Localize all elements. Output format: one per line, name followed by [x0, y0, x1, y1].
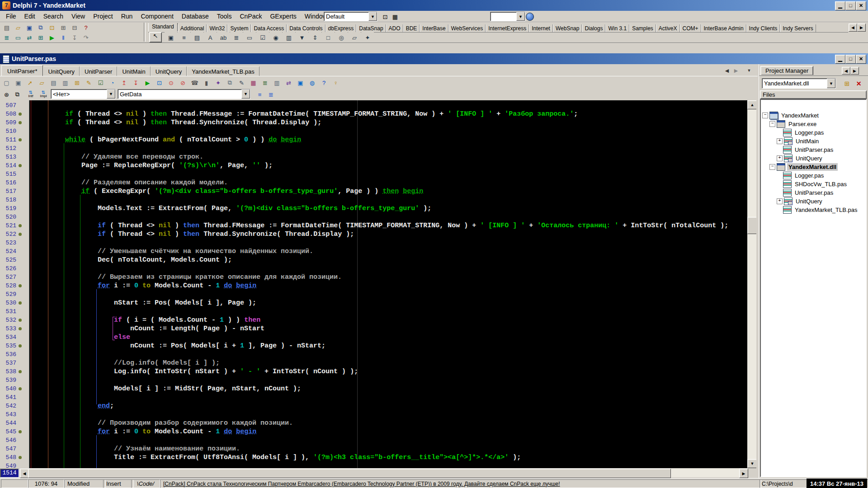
remove-file-from-project-icon[interactable]: ⊟	[69, 23, 80, 33]
radio-button-icon[interactable]: ◉	[269, 32, 282, 43]
project-edit-icon[interactable]: ✎	[83, 77, 94, 88]
ide-window-icon[interactable]: ⊡	[154, 77, 165, 88]
tab-project-manager[interactable]: Project Manager	[760, 66, 813, 75]
phone-icon[interactable]: ☎	[189, 77, 200, 88]
gutter-line[interactable]: 531	[0, 307, 29, 316]
pause-icon[interactable]: ‖	[58, 33, 69, 42]
gutter-line[interactable]: 532	[0, 316, 29, 324]
editor-tab-unitmain[interactable]: UnitMain	[117, 66, 150, 76]
tree-item-unitquery[interactable]: +UnitQuery	[760, 154, 866, 163]
menu-cnpack[interactable]: CnPack	[236, 11, 266, 21]
gutter-line[interactable]: 509	[0, 118, 29, 127]
gutter-line[interactable]: 510	[0, 127, 29, 136]
gutter-line[interactable]: 545	[0, 427, 29, 436]
new-items-icon[interactable]: ▤	[1, 23, 12, 33]
palette-tab-interbase[interactable]: InterBase	[420, 24, 448, 32]
gutter-line[interactable]: 534	[0, 333, 29, 342]
source-copy-icon[interactable]: ⧉	[224, 77, 236, 88]
edit-icon[interactable]: ab	[217, 32, 230, 43]
editor-maximize-button[interactable]: □	[845, 55, 856, 64]
editor-tab-yandexmarket-tlb-pas[interactable]: YandexMarket_TLB.pas	[187, 66, 259, 76]
palette-scroll-right-icon[interactable]: ▶	[857, 23, 866, 32]
component-pack-icon[interactable]: ▣	[295, 77, 306, 88]
action-list-icon[interactable]: ✦	[361, 32, 374, 43]
palette-tab-bde[interactable]: BDE	[403, 24, 420, 32]
scroll-bar-icon[interactable]: ⇕	[309, 32, 321, 43]
palette-tab-additional[interactable]: Additional	[178, 24, 207, 32]
new-form-icon[interactable]: ⊞	[35, 33, 46, 42]
run-menu-icon[interactable]: ▶	[142, 77, 153, 88]
project-add-icon[interactable]: ⊞	[71, 77, 83, 88]
gutter-line[interactable]: 511	[0, 136, 29, 144]
menu-database[interactable]: Database	[178, 11, 213, 21]
gutter-line[interactable]: 548	[0, 453, 29, 462]
gutter-line[interactable]: 542	[0, 402, 29, 410]
code-view-tab[interactable]: \Code/	[131, 479, 160, 488]
gutter-line[interactable]: 524	[0, 247, 29, 256]
collapse-minus-icon[interactable]: −	[769, 164, 775, 170]
desktop-layout-combo[interactable]: Default▼	[324, 12, 377, 21]
scroll-left-icon[interactable]: ◀	[20, 469, 29, 478]
palette-tab-win32[interactable]: Win32	[207, 24, 227, 32]
wizard-icon[interactable]: ✦	[212, 77, 224, 88]
gutter-line[interactable]: 539	[0, 376, 29, 385]
panel-icon[interactable]: ▱	[348, 32, 361, 43]
palette-tab-data-access[interactable]: Data Access	[251, 24, 287, 32]
popup-menu-icon[interactable]: ▤	[191, 32, 203, 43]
tree-item-parser-exe[interactable]: −Parser.exe	[760, 120, 866, 128]
minimize-button[interactable]: ▁	[835, 1, 845, 10]
tree-item-yandexmarket-dll[interactable]: −YandexMarket.dll	[760, 163, 866, 171]
gutter-line[interactable]: 508	[0, 110, 29, 118]
project-tree[interactable]: −YandexMarket−Parser.exeLogger.pas+UnitM…	[760, 99, 867, 477]
editor-close-button[interactable]: ✕	[856, 55, 866, 64]
vscroll-thumb[interactable]	[747, 217, 757, 234]
frames-icon[interactable]: ▣	[165, 32, 177, 43]
chevron-down-icon[interactable]: ▼	[107, 89, 115, 99]
new-unit-icon[interactable]: ➚	[24, 77, 36, 88]
remove-project-icon[interactable]: ✕	[853, 78, 864, 89]
palette-tab-data-controls[interactable]: Data Controls	[287, 24, 325, 32]
expand-plus-icon[interactable]: +	[777, 138, 783, 144]
align-justify-icon[interactable]: ≣	[265, 89, 277, 100]
view-unit-icon[interactable]: ≣	[1, 33, 12, 42]
gutter-line[interactable]: 515	[0, 170, 29, 178]
palette-tab-websnap[interactable]: WebSnap	[553, 24, 582, 32]
tree-item-yandexmarket-tlb-pas[interactable]: YandexMarket_TLB.pas	[760, 206, 866, 214]
breakpoint-a-icon[interactable]: ⊙	[165, 77, 177, 88]
gutter-line[interactable]: 518	[0, 196, 29, 204]
editor-titlebar[interactable]: UnitParser.pas ▁ □ ✕	[0, 53, 868, 64]
step-over-icon[interactable]: ↷	[80, 33, 91, 42]
gexperts-combo[interactable]: ▼	[490, 12, 525, 21]
palette-tab-samples[interactable]: Samples	[629, 24, 656, 32]
gutter-line[interactable]: 520	[0, 213, 29, 221]
save-desktop-icon[interactable]: ⊡	[380, 12, 391, 22]
gutter-line[interactable]: 523	[0, 239, 29, 247]
web-update-icon[interactable]: ◔	[107, 77, 118, 88]
radio-group-icon[interactable]: ◎	[335, 32, 348, 43]
text-select-icon[interactable]: ▮	[201, 77, 212, 88]
gutter-line[interactable]: 529	[0, 290, 29, 299]
main-menu-icon[interactable]: ≡	[178, 32, 190, 43]
files-column-header[interactable]: Files	[760, 90, 867, 99]
editor-tab-unitquery[interactable]: UnitQuery	[43, 66, 80, 76]
palette-tab-internet[interactable]: Internet	[529, 24, 553, 32]
menu-run[interactable]: Run	[117, 11, 137, 21]
gutter-line[interactable]: 536	[0, 350, 29, 359]
menu-project[interactable]: Project	[89, 11, 117, 21]
gutter-line[interactable]: 522	[0, 230, 29, 239]
editor-tab-unitparser[interactable]: UnitParser	[80, 66, 117, 76]
open-unit-icon[interactable]: ▱	[36, 77, 47, 88]
dock-prev-icon[interactable]: ◀	[842, 67, 850, 75]
menu-view[interactable]: View	[67, 11, 89, 21]
gutter-line[interactable]: 541	[0, 393, 29, 402]
memo-icon[interactable]: ≣	[230, 32, 243, 43]
palette-tab-com[interactable]: COM+	[680, 24, 701, 32]
menu-component[interactable]: Component	[137, 11, 177, 21]
gutter-line[interactable]: 514	[0, 161, 29, 170]
cnpack-status-link[interactable]: [CnPack] CnPack стала Технологическим Па…	[163, 481, 560, 487]
gutter-line[interactable]: 530	[0, 299, 29, 307]
palette-tab-internetexpress[interactable]: InternetExpress	[486, 24, 529, 32]
convert-icon[interactable]: ⇄	[283, 77, 294, 88]
close-button[interactable]: ✕	[856, 1, 866, 10]
gutter-line[interactable]: 516	[0, 178, 29, 187]
